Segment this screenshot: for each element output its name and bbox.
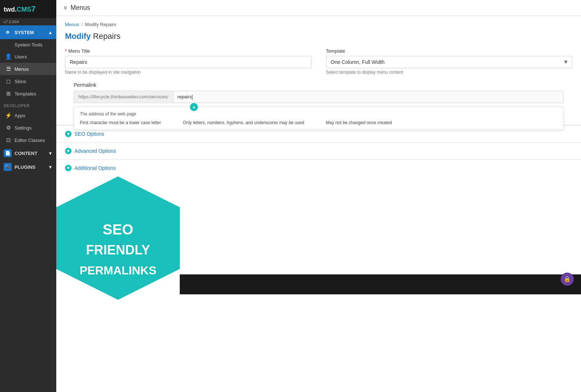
permalink-rule-1: First character must be a lower case let… [80, 120, 161, 125]
svg-text:SEO: SEO [103, 221, 133, 237]
page-content: Menus / Modify Repairs Modify Repairs * … [56, 16, 581, 392]
seo-options-chevron-icon: ▼ [65, 131, 72, 137]
sidebar-item-label: Settings [15, 125, 32, 131]
sidebar-item-users[interactable]: 👤 Users [0, 50, 56, 63]
menu-title-hint: Name to be displayed in site navigation [65, 70, 312, 75]
sidebar-item-templates[interactable]: ⊞ Templates [0, 87, 56, 100]
svg-text:FRIENDLY: FRIENDLY [86, 242, 150, 257]
text-cursor [192, 95, 192, 100]
plugins-group-label: PLUGINS [15, 164, 36, 170]
seo-options-label: SEO Options [74, 131, 104, 137]
form-section: * Menu Title Name to be displayed in sit… [56, 48, 581, 103]
sections-container: ▼ SEO Options ▼ Advanced Options ▼ Addit… [56, 125, 581, 176]
editor-classes-icon: ⊡ [5, 137, 12, 143]
sidebar: twd.CMS7 v7.0.664 ⚙ SYSTEM ▲ System Tool… [0, 0, 56, 392]
breadcrumb-menus-link[interactable]: Menus [65, 22, 79, 27]
svg-marker-0 [56, 176, 180, 300]
template-label-text: Template [326, 48, 345, 54]
permalink-popup: The address of the web page First charac… [74, 107, 564, 130]
plugins-group-icon: 🔌 [4, 163, 12, 171]
sidebar-item-settings[interactable]: ⚙ Settings [0, 122, 56, 134]
apps-icon: ⚡ [5, 112, 12, 119]
system-label: SYSTEM [15, 30, 34, 35]
permalink-tooltip-bubble: ● [190, 103, 198, 111]
advanced-options-label: Advanced Options [74, 148, 116, 154]
permalink-rules: First character must be a lower case let… [80, 120, 557, 125]
sidebar-item-label: Skins [15, 79, 26, 84]
system-icon: ⚙ [4, 28, 12, 36]
hexagon-shape: SEO FRIENDLY PERMALINKS [56, 176, 180, 322]
templates-icon: ⊞ [5, 90, 12, 97]
sidebar-item-editor-classes[interactable]: ⊡ Editor Classes [0, 134, 56, 146]
form-row-title-template: * Menu Title Name to be displayed in sit… [65, 48, 572, 75]
sidebar-item-label: Menus [15, 66, 29, 72]
content-group-icon: 📄 [4, 149, 12, 157]
advanced-options-section: ▼ Advanced Options [56, 142, 581, 159]
menus-icon: ☰ [5, 66, 12, 72]
skins-icon: ◻ [5, 78, 12, 85]
hexagon-area: SEO FRIENDLY PERMALINKS 🔒 [56, 176, 581, 332]
sidebar-item-label: System Tools [15, 42, 42, 48]
permalink-address-hint: The address of the web page [80, 111, 557, 117]
content-group-label: CONTENT [15, 151, 37, 156]
sidebar-item-label: Templates [15, 91, 36, 97]
permalink-bar: https://lifecycle.thirdwavedev.com/servi… [74, 91, 564, 103]
breadcrumb-current: Modify Repairs [85, 22, 117, 27]
permalink-section: Permalink https://lifecycle.thirdwavedev… [65, 82, 572, 103]
lock-button[interactable]: 🔒 [561, 273, 574, 286]
additional-options-header[interactable]: ▼ Additional Options [56, 160, 581, 176]
permalink-rule-2: Only letters, numbers, hyphens, and unde… [183, 120, 304, 125]
page-title-rest: Repairs [91, 32, 121, 41]
developer-subsection-label: Developer [0, 100, 56, 109]
sidebar-item-system-tools[interactable]: System Tools [0, 39, 56, 50]
permalink-label: Permalink [74, 82, 564, 88]
menu-title-input[interactable] [65, 56, 312, 68]
additional-options-chevron-icon: ▼ [65, 165, 72, 171]
menu-list-icon: ≡ [64, 5, 67, 11]
sidebar-item-apps[interactable]: ⚡ Apps [0, 109, 56, 122]
template-select[interactable]: One Column, Full Width [326, 56, 573, 68]
logo-cms: CMS [17, 6, 31, 13]
template-select-wrapper: One Column, Full Width ▼ [326, 56, 573, 68]
permalink-rule-3: May not be changed once created [326, 120, 392, 125]
template-label: Template [326, 48, 573, 54]
logo-seven: 7 [31, 4, 36, 13]
advanced-options-chevron-icon: ▼ [65, 148, 72, 154]
system-arrow-icon: ▲ [48, 30, 53, 35]
sidebar-logo: twd.CMS7 [0, 0, 56, 18]
sidebar-item-skins[interactable]: ◻ Skins [0, 75, 56, 87]
topbar: ≡ Menus [56, 0, 581, 16]
black-bar [180, 274, 581, 294]
sidebar-item-label: Apps [15, 113, 25, 118]
sidebar-content-group[interactable]: 📄 CONTENT ▼ [0, 146, 56, 160]
sidebar-system-header[interactable]: ⚙ SYSTEM ▲ [0, 25, 56, 39]
version-label: v7.0.664 [0, 18, 56, 25]
additional-options-section: ▼ Additional Options [56, 159, 581, 176]
main-area: ≡ Menus Menus / Modify Repairs Modify Re… [56, 0, 581, 392]
template-hint: Select template to display menu content [326, 70, 573, 75]
permalink-slug[interactable]: repairs [173, 91, 563, 103]
breadcrumb: Menus / Modify Repairs [56, 16, 581, 30]
page-title: Modify Repairs [56, 30, 581, 48]
svg-text:PERMALINKS: PERMALINKS [80, 264, 157, 277]
additional-options-label: Additional Options [74, 165, 116, 171]
sidebar-item-label: Users [15, 54, 27, 60]
sidebar-item-menus[interactable]: ☰ Menus [0, 63, 56, 75]
advanced-options-header[interactable]: ▼ Advanced Options [56, 143, 581, 159]
permalink-base-url: https://lifecycle.thirdwavedev.com/servi… [74, 91, 173, 102]
logo-twd: twd. [4, 6, 17, 13]
content-arrow-icon: ▼ [48, 151, 53, 156]
users-icon: 👤 [5, 53, 12, 60]
required-star: * [65, 48, 67, 54]
plugins-arrow-icon: ▼ [48, 164, 53, 170]
permalink-container: https://lifecycle.thirdwavedev.com/servi… [74, 91, 564, 103]
topbar-title: Menus [70, 4, 90, 12]
menu-title-label-text: Menu Title [68, 48, 90, 54]
menu-title-label: * Menu Title [65, 48, 312, 54]
content-area: Menus / Modify Repairs Modify Repairs * … [56, 16, 581, 392]
breadcrumb-separator: / [81, 22, 83, 27]
page-title-modify: Modify [65, 32, 91, 41]
template-group: Template One Column, Full Width ▼ Select… [326, 48, 573, 75]
logo-text: twd.CMS7 [4, 4, 36, 14]
sidebar-plugins-group[interactable]: 🔌 PLUGINS ▼ [0, 160, 56, 174]
